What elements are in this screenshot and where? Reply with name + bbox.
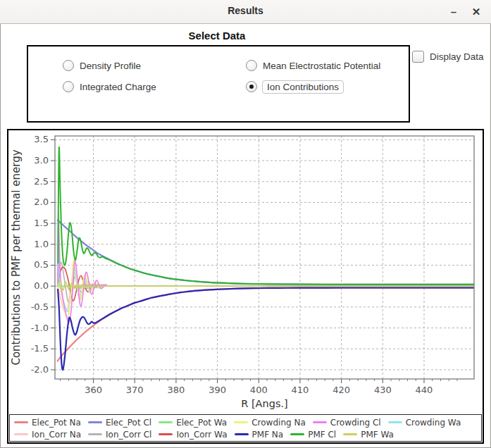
display-data-option[interactable]: Display Data xyxy=(412,51,484,63)
legend-swatch xyxy=(14,433,28,435)
radio-mean-electrostatic-potential[interactable]: Mean Electrostatic Potential xyxy=(246,58,380,73)
legend-label: Ion_Corr Na xyxy=(32,430,81,440)
legend-label: PMF Wa xyxy=(361,430,394,440)
legend-swatch xyxy=(388,421,402,423)
svg-text:360: 360 xyxy=(85,385,102,395)
svg-text:440: 440 xyxy=(416,385,433,395)
legend-swatch xyxy=(313,421,327,423)
radio-label: Integrated Charge xyxy=(80,82,156,92)
svg-text:-2.0: -2.0 xyxy=(31,364,49,375)
legend-label: Crowding Na xyxy=(251,418,306,428)
radio-circle[interactable] xyxy=(246,60,257,71)
svg-text:410: 410 xyxy=(292,385,309,395)
legend-label: PMF Na xyxy=(252,430,284,440)
svg-text:3.0: 3.0 xyxy=(34,155,49,166)
radio-integrated-charge[interactable]: Integrated Charge xyxy=(63,80,156,94)
svg-text:R [Angs.]: R [Angs.] xyxy=(241,398,287,409)
legend-swatch xyxy=(88,421,102,423)
legend-swatch xyxy=(159,421,173,423)
close-icon[interactable]: ✕ xyxy=(466,0,487,23)
radio-label: Ion Contributions xyxy=(262,80,344,94)
svg-text:-0.5: -0.5 xyxy=(31,301,49,312)
svg-text:400: 400 xyxy=(250,385,268,395)
legend-item: PMF Na xyxy=(235,430,284,440)
legend-row: Ion_Corr NaIon_Corr ClIon_Corr WaPMF NaP… xyxy=(14,428,478,440)
radio-density-profile[interactable]: Density Profile xyxy=(63,58,141,73)
svg-text:430: 430 xyxy=(374,385,392,395)
svg-text:370: 370 xyxy=(126,385,144,395)
legend-swatch xyxy=(343,433,357,435)
legend-label: Elec_Pot Cl xyxy=(106,418,151,428)
legend-row: Elec_Pot NaElec_Pot ClElec_Pot WaCrowdin… xyxy=(14,416,478,428)
radio-label: Density Profile xyxy=(80,61,141,71)
radio-label: Mean Electrostatic Potential xyxy=(263,61,380,71)
legend-item: Ion_Corr Cl xyxy=(88,430,151,440)
svg-text:3.5: 3.5 xyxy=(34,134,49,144)
legend-swatch xyxy=(234,421,248,423)
legend-label: Crowding Wa xyxy=(406,418,461,428)
legend-item: Elec_Pot Na xyxy=(14,418,81,428)
pmf-chart: 360370380390400410420430440-2.0-1.5-1.0-… xyxy=(8,130,483,413)
svg-text:-1.5: -1.5 xyxy=(31,343,49,354)
minimize-icon[interactable]: – xyxy=(443,0,464,23)
legend-item: Elec_Pot Cl xyxy=(88,418,151,428)
radio-circle[interactable] xyxy=(63,81,74,92)
radio-ion-contributions[interactable]: Ion Contributions xyxy=(246,80,344,94)
legend-item: Elec_Pot Wa xyxy=(159,418,227,428)
legend-swatch xyxy=(235,433,249,435)
legend-item: Crowding Na xyxy=(234,418,306,428)
chart-panel: 360370380390400410420430440-2.0-1.5-1.0-… xyxy=(7,129,484,444)
legend-item: Ion_Corr Wa xyxy=(159,430,227,440)
legend-item: Crowding Wa xyxy=(388,418,461,428)
legend-label: PMF Cl xyxy=(308,430,336,440)
svg-text:0.0: 0.0 xyxy=(34,280,49,291)
svg-text:0.5: 0.5 xyxy=(34,259,49,270)
radio-circle[interactable] xyxy=(246,81,257,92)
svg-text:420: 420 xyxy=(332,385,350,395)
svg-text:1.0: 1.0 xyxy=(34,239,49,249)
legend-item: Ion_Corr Na xyxy=(14,430,81,440)
chart-legend: Elec_Pot NaElec_Pot ClElec_Pot WaCrowdin… xyxy=(9,414,482,442)
svg-text:390: 390 xyxy=(209,385,226,395)
legend-item: Crowding Cl xyxy=(313,418,381,428)
svg-text:1.5: 1.5 xyxy=(34,218,49,228)
svg-text:Contributions to PMF per therm: Contributions to PMF per thermal energy xyxy=(10,149,23,365)
svg-text:380: 380 xyxy=(168,385,185,395)
display-data-label: Display Data xyxy=(430,51,484,62)
results-window: Results – ✕ Select Data Density Profile … xyxy=(0,0,491,448)
legend-label: Ion_Corr Wa xyxy=(176,430,227,440)
legend-item: PMF Wa xyxy=(343,430,394,440)
svg-text:2.5: 2.5 xyxy=(34,176,49,187)
legend-label: Ion_Corr Cl xyxy=(106,430,151,440)
legend-swatch xyxy=(290,433,304,435)
legend-swatch xyxy=(159,433,173,435)
legend-label: Elec_Pot Wa xyxy=(176,418,227,428)
select-data-heading: Select Data xyxy=(27,30,407,42)
select-data-groupbox: Density Profile Integrated Charge Mean E… xyxy=(27,45,410,123)
display-data-checkbox[interactable] xyxy=(412,51,424,63)
legend-swatch xyxy=(88,433,102,435)
legend-item: PMF Cl xyxy=(290,430,336,440)
svg-text:-1.0: -1.0 xyxy=(31,323,49,333)
titlebar: Results – ✕ xyxy=(0,0,491,24)
window-title: Results xyxy=(0,5,491,16)
legend-label: Elec_Pot Na xyxy=(32,418,81,428)
svg-text:2.0: 2.0 xyxy=(34,197,49,207)
legend-label: Crowding Cl xyxy=(330,418,381,428)
radio-circle[interactable] xyxy=(63,60,74,71)
legend-swatch xyxy=(14,421,28,423)
